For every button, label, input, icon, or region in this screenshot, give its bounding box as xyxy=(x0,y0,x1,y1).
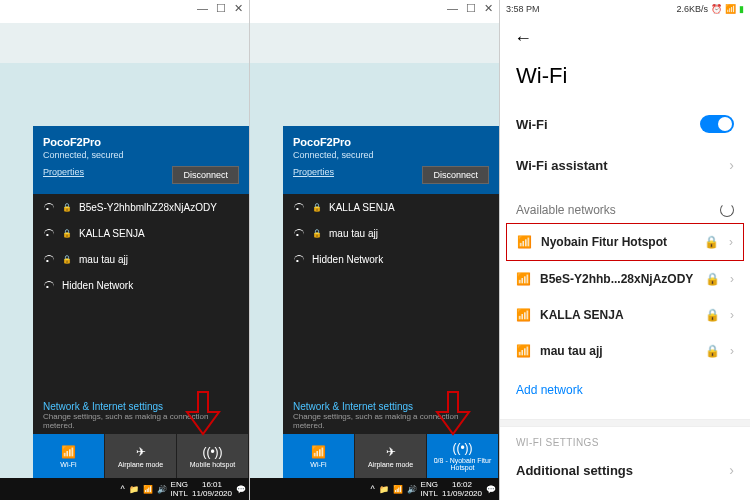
wifi-icon xyxy=(43,279,55,291)
disconnect-button[interactable]: Disconnect xyxy=(172,166,239,184)
additional-settings-row[interactable]: Additional settings › xyxy=(500,450,750,490)
network-item[interactable]: Hidden Network xyxy=(33,272,249,298)
wifi-icon: 📶 xyxy=(517,235,531,249)
wifi-tray-icon[interactable]: 📶 xyxy=(143,485,153,494)
wifi-toggle-row[interactable]: Wi-Fi xyxy=(500,103,750,145)
wifi-icon xyxy=(293,201,305,213)
wifi-icon: 📶 xyxy=(516,272,530,286)
network-item[interactable]: 🔒KALLA SENJA xyxy=(283,194,499,220)
network-settings-link[interactable]: Network & Internet settings Change setti… xyxy=(283,397,499,434)
network-status: Connected, secured xyxy=(43,150,239,160)
airplane-tile[interactable]: ✈Airplane mode xyxy=(355,434,427,478)
wifi-icon: 📶 xyxy=(516,344,530,358)
clock[interactable]: 16:0211/09/2020 xyxy=(442,480,482,498)
wifi-icon xyxy=(43,201,55,213)
tray-icon[interactable]: 📁 xyxy=(379,485,389,494)
notification-icon[interactable]: 💬 xyxy=(486,485,496,494)
lock-icon: 🔒 xyxy=(62,255,72,264)
chevron-right-icon: › xyxy=(729,235,733,249)
airplane-icon: ✈ xyxy=(107,445,174,459)
windows-panel-middle: —☐✕ PocoF2Pro Connected, secured Propert… xyxy=(250,0,500,500)
wifi-icon xyxy=(43,227,55,239)
wifi-tile[interactable]: 📶Wi-Fi xyxy=(283,434,355,478)
network-row[interactable]: 📶 KALLA SENJA 🔒 › xyxy=(500,297,750,333)
language-indicator[interactable]: ENGINTL xyxy=(171,480,188,498)
network-row[interactable]: 📶 B5eS-Y2hhb...28xNjAzODY 🔒 › xyxy=(500,261,750,297)
volume-icon[interactable]: 🔊 xyxy=(407,485,417,494)
network-item[interactable]: 🔒B5eS-Y2hhbmlhZ28xNjAzODY xyxy=(33,194,249,220)
page-title: Wi-Fi xyxy=(500,59,750,103)
wifi-icon xyxy=(293,227,305,239)
add-network-link[interactable]: Add network xyxy=(500,369,750,411)
chevron-right-icon: › xyxy=(730,308,734,322)
hotspot-tile[interactable]: ((•))0/8 - Nyobain Fitur Hotspot xyxy=(427,434,499,478)
airplane-tile[interactable]: ✈Airplane mode xyxy=(105,434,177,478)
lock-icon: 🔒 xyxy=(62,229,72,238)
lock-icon: 🔒 xyxy=(704,235,719,249)
language-indicator[interactable]: ENGINTL xyxy=(421,480,438,498)
network-row[interactable]: 📶 mau tau ajj 🔒 › xyxy=(500,333,750,369)
notification-icon[interactable]: 💬 xyxy=(236,485,246,494)
battery-icon: ▮ xyxy=(739,4,744,14)
network-flyout: PocoF2Pro Connected, secured Properties … xyxy=(283,126,499,478)
wifi-icon xyxy=(43,253,55,265)
clock[interactable]: 16:0111/09/2020 xyxy=(192,480,232,498)
wifi-settings-header: WI-FI SETTINGS xyxy=(500,427,750,450)
windows-panel-left: —☐✕ PocoF2Pro Connected, secured Propert… xyxy=(0,0,250,500)
network-name: PocoF2Pro xyxy=(293,136,489,148)
lock-icon: 🔒 xyxy=(705,272,720,286)
volume-icon[interactable]: 🔊 xyxy=(157,485,167,494)
chevron-right-icon: › xyxy=(730,344,734,358)
tray-overflow-icon[interactable]: ^ xyxy=(370,484,374,494)
taskbar[interactable]: ^ 📁 📶 🔊 ENGINTL 16:0111/09/2020 💬 xyxy=(0,478,249,500)
connected-network[interactable]: PocoF2Pro Connected, secured Properties … xyxy=(283,126,499,194)
status-speed: 2.6KB/s xyxy=(676,4,708,14)
wifi-icon: 📶 xyxy=(516,308,530,322)
phone-panel: 3:58 PM 2.6KB/s ⏰ 📶 ▮ ← Wi-Fi Wi-Fi Wi-F… xyxy=(500,0,750,500)
tray-icon[interactable]: 📁 xyxy=(129,485,139,494)
wifi-icon xyxy=(293,253,305,265)
alarm-icon: ⏰ xyxy=(711,4,722,14)
connected-network[interactable]: PocoF2Pro Connected, secured Properties … xyxy=(33,126,249,194)
chevron-right-icon: › xyxy=(729,462,734,478)
status-time: 3:58 PM xyxy=(506,4,540,14)
lock-icon: 🔒 xyxy=(705,344,720,358)
back-button[interactable]: ← xyxy=(500,18,750,59)
hotspot-icon: ((•)) xyxy=(179,445,246,459)
airplane-icon: ✈ xyxy=(357,445,424,459)
wifi-toggle[interactable] xyxy=(700,115,734,133)
network-settings-link[interactable]: Network & Internet settings Change setti… xyxy=(33,397,249,434)
signal-icon: 📶 xyxy=(725,4,736,14)
wifi-tile[interactable]: 📶Wi-Fi xyxy=(33,434,105,478)
network-row-highlighted[interactable]: 📶 Nyobain Fitur Hotspot 🔒 › xyxy=(506,223,744,261)
lock-icon: 🔒 xyxy=(705,308,720,322)
lock-icon: 🔒 xyxy=(312,203,322,212)
refresh-icon[interactable] xyxy=(720,203,734,217)
properties-link[interactable]: Properties xyxy=(293,167,334,177)
taskbar[interactable]: ^ 📁 📶 🔊 ENGINTL 16:0211/09/2020 💬 xyxy=(250,478,499,500)
wifi-assistant-row[interactable]: Wi-Fi assistant › xyxy=(500,145,750,185)
window-controls: —☐✕ xyxy=(0,0,249,23)
network-item[interactable]: 🔒KALLA SENJA xyxy=(33,220,249,246)
properties-link[interactable]: Properties xyxy=(43,167,84,177)
disconnect-button[interactable]: Disconnect xyxy=(422,166,489,184)
divider xyxy=(500,419,750,427)
chevron-right-icon: › xyxy=(730,272,734,286)
wifi-tray-icon[interactable]: 📶 xyxy=(393,485,403,494)
available-networks-header: Available networks xyxy=(500,185,750,223)
wifi-icon: 📶 xyxy=(285,445,352,459)
status-bar: 3:58 PM 2.6KB/s ⏰ 📶 ▮ xyxy=(500,0,750,18)
hotspot-tile[interactable]: ((•))Mobile hotspot xyxy=(177,434,249,478)
lock-icon: 🔒 xyxy=(62,203,72,212)
tray-overflow-icon[interactable]: ^ xyxy=(120,484,124,494)
network-item[interactable]: Hidden Network xyxy=(283,246,499,272)
network-status: Connected, secured xyxy=(293,150,489,160)
lock-icon: 🔒 xyxy=(312,229,322,238)
network-name: PocoF2Pro xyxy=(43,136,239,148)
chevron-right-icon: › xyxy=(729,157,734,173)
window-controls: —☐✕ xyxy=(250,0,499,23)
network-item[interactable]: 🔒mau tau ajj xyxy=(283,220,499,246)
hotspot-icon: ((•)) xyxy=(429,441,496,455)
network-item[interactable]: 🔒mau tau ajj xyxy=(33,246,249,272)
wifi-icon: 📶 xyxy=(35,445,102,459)
